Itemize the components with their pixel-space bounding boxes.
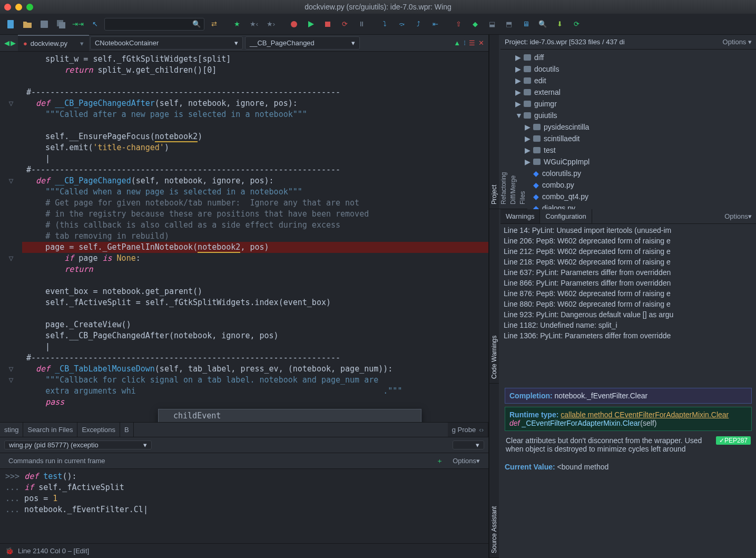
save-icon[interactable]: [37, 17, 52, 32]
debug-process-selector[interactable]: wing.py (pid 85777) (exceptio ▾: [4, 440, 152, 449]
tree-row[interactable]: ▶pysidescintilla: [500, 121, 756, 133]
pointer-icon[interactable]: ↖: [87, 17, 102, 32]
tab-nav-fwd-icon[interactable]: ▶: [11, 39, 16, 47]
side-tab-code-warnings[interactable]: Code Warnings: [489, 209, 499, 384]
warning-row[interactable]: Line 876: Pep8: W602 deprecated form of …: [504, 288, 753, 299]
debug-run-icon[interactable]: [303, 17, 318, 32]
side-tab-refactoring[interactable]: Refactoring: [499, 35, 508, 209]
debug-console[interactable]: >>> def test():... if self._fActiveSplit…: [0, 469, 488, 543]
step-over-icon[interactable]: ⤼: [394, 17, 409, 32]
minimize-window-button[interactable]: [15, 4, 22, 11]
warning-row[interactable]: Line 218: Pep8: W602 deprecated form of …: [504, 257, 753, 267]
close-window-button[interactable]: [4, 4, 11, 11]
open-file-icon[interactable]: [20, 17, 35, 32]
bottom-tab[interactable]: B: [120, 423, 134, 437]
tree-row[interactable]: ▶edit: [500, 75, 756, 86]
debug-stop-icon[interactable]: [320, 17, 335, 32]
side-tab-project[interactable]: Project: [489, 35, 499, 209]
bookmark-star-icon[interactable]: ★: [230, 17, 244, 32]
debug-restart-icon[interactable]: ⟳: [337, 17, 352, 32]
tree-row[interactable]: ◆combo_qt4.py: [500, 191, 756, 202]
warning-row[interactable]: Line 637: PyLint: Parameters differ from…: [504, 267, 753, 278]
tree-row[interactable]: ▶diff: [500, 52, 756, 63]
toolbar-search[interactable]: 🔍: [104, 18, 204, 31]
bottom-tab[interactable]: Exceptions: [77, 423, 120, 437]
side-tab-files[interactable]: Files: [518, 35, 527, 209]
tree-row[interactable]: ▶external: [500, 86, 756, 98]
tree-row[interactable]: ▶test: [500, 144, 756, 156]
runtime-type-link[interactable]: callable method CEventFilterForAdapterMi…: [561, 410, 729, 419]
svg-rect-5: [325, 22, 330, 27]
code-content[interactable]: split_w = self._fGtkSplitWidgets[split] …: [22, 52, 488, 422]
step-into-icon[interactable]: ⤵: [377, 17, 392, 32]
debug-pause-icon[interactable]: ⏸: [354, 17, 369, 32]
add-icon[interactable]: ＋: [436, 456, 443, 466]
svg-rect-3: [59, 22, 65, 28]
debug-probe-tab[interactable]: g Probe ‹ ›: [448, 423, 488, 437]
zoom-window-button[interactable]: [26, 4, 33, 11]
chevron-down-icon[interactable]: ▾: [80, 40, 84, 47]
pep-badge: ✓PEP287: [716, 436, 751, 445]
bottom-tab[interactable]: sting: [0, 423, 23, 437]
prev-bookmark-icon[interactable]: ★‹: [247, 17, 261, 32]
completion-box: Completion: notebook._fEventFilter.Clear: [505, 388, 752, 404]
close-tab-icon[interactable]: ✕: [478, 39, 484, 47]
stack-up-icon[interactable]: ⇧: [451, 17, 466, 32]
chevron-right-icon[interactable]: ›: [482, 426, 484, 434]
side-tab-diffmerge[interactable]: Diff/Merge: [508, 35, 518, 209]
find-replace-icon[interactable]: ⇄: [207, 17, 221, 32]
next-bookmark-icon[interactable]: ★›: [263, 17, 278, 32]
refresh-icon[interactable]: ⟳: [569, 17, 584, 32]
breakpoint-icon[interactable]: [287, 17, 301, 32]
warning-row[interactable]: Line 1182: Undefined name: split_i: [504, 320, 753, 330]
tree-row[interactable]: ▶scintillaedit: [500, 133, 756, 144]
warnings-options[interactable]: Options ▾: [720, 209, 756, 223]
tree-row[interactable]: ▶docutils: [500, 63, 756, 75]
remote-icon[interactable]: 🖥: [518, 17, 533, 32]
step-return-icon[interactable]: ⇤: [428, 17, 443, 32]
tree-row[interactable]: ◆colorutils.py: [500, 168, 756, 179]
warning-row[interactable]: Line 880: Pep8: W602 deprecated form of …: [504, 299, 753, 309]
vcs-icon[interactable]: ◆: [468, 17, 483, 32]
new-file-icon[interactable]: [3, 17, 18, 32]
step-out-icon[interactable]: ⤴: [411, 17, 426, 32]
tree-row[interactable]: ◆combo.py: [500, 179, 756, 191]
vcs-update-icon[interactable]: ⬒: [502, 17, 516, 32]
warnings-tab[interactable]: Warnings: [500, 209, 540, 223]
debug-frame-selector[interactable]: ▾: [453, 440, 484, 449]
find-icon[interactable]: 🔍: [535, 17, 550, 32]
warning-row[interactable]: Line 14: PyLint: Unused import itertools…: [504, 225, 753, 236]
status-text: Line 2140 Col 0 – [Edit]: [18, 547, 89, 555]
tree-row[interactable]: ◆dialogs.py: [500, 202, 756, 209]
file-tab[interactable]: ● dockview.py ▾: [18, 35, 89, 51]
warnings-list[interactable]: Line 14: PyLint: Unused import itertools…: [500, 224, 756, 384]
autocomplete-popup[interactable]: childEventchildrenClearconnectNotifycust…: [158, 409, 421, 422]
code-editor[interactable]: ▽▽▽▽▽ split_w = self._fGtkSplitWidgets[s…: [0, 52, 488, 422]
tree-row[interactable]: ▶WGuiCppImpl: [500, 156, 756, 168]
options-icon[interactable]: ⁝: [464, 39, 466, 47]
bug-icon[interactable]: ☰: [469, 39, 475, 47]
tree-row[interactable]: ▶guimgr: [500, 98, 756, 110]
tree-row[interactable]: ▼guiutils: [500, 110, 756, 121]
configuration-tab[interactable]: Configuration: [540, 209, 592, 223]
warning-row[interactable]: Line 212: Pep8: W602 deprecated form of …: [504, 246, 753, 257]
warning-row[interactable]: Line 206: Pep8: W602 deprecated form of …: [504, 236, 753, 246]
bottom-tab[interactable]: Search in Files: [23, 423, 77, 437]
autocomplete-item[interactable]: childEvent: [159, 409, 421, 422]
project-options[interactable]: Options ▾: [723, 38, 752, 46]
class-selector[interactable]: CNotebookContainer ▾: [90, 36, 243, 50]
tab-nav-back-icon[interactable]: ◀: [4, 39, 9, 47]
side-tab-source-assistant[interactable]: Source Assistant: [489, 384, 499, 558]
warning-icon[interactable]: ▲: [454, 39, 460, 47]
warning-row[interactable]: Line 866: PyLint: Parameters differ from…: [504, 278, 753, 288]
vcs-commit-icon[interactable]: ⬓: [485, 17, 499, 32]
project-tree[interactable]: ▶diff▶docutils▶edit▶external▶guimgr▼guiu…: [500, 50, 756, 209]
download-icon[interactable]: ⬇: [552, 17, 567, 32]
warning-row[interactable]: Line 1306: PyLint: Parameters differ fro…: [504, 330, 753, 341]
method-selector[interactable]: __CB_PageChanged ▾: [245, 36, 360, 50]
indent-icon[interactable]: ⇥⇥: [71, 17, 85, 32]
save-all-icon[interactable]: [54, 17, 68, 32]
svg-rect-1: [41, 21, 48, 28]
debug-options[interactable]: Options ▾: [447, 457, 485, 465]
warning-row[interactable]: Line 923: PyLint: Dangerous default valu…: [504, 309, 753, 320]
